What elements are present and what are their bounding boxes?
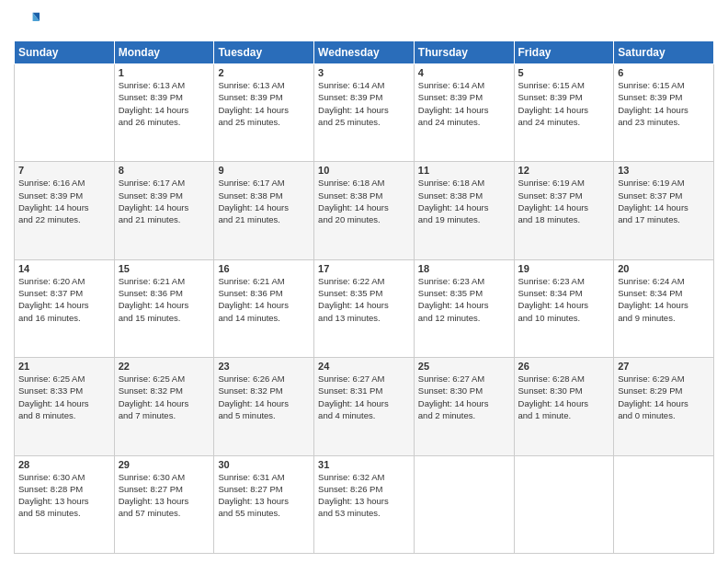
day-info: Sunrise: 6:15 AM Sunset: 8:39 PM Dayligh… — [518, 79, 610, 128]
day-number: 8 — [119, 165, 210, 176]
day-info: Sunrise: 6:14 AM Sunset: 8:39 PM Dayligh… — [418, 79, 510, 128]
calendar-cell: 11Sunrise: 6:18 AM Sunset: 8:38 PM Dayli… — [414, 162, 514, 259]
calendar-cell — [614, 455, 714, 553]
calendar-header-cell: Wednesday — [314, 41, 415, 64]
calendar-cell: 19Sunrise: 6:23 AM Sunset: 8:34 PM Dayli… — [514, 259, 614, 357]
day-number: 26 — [518, 361, 610, 372]
calendar-cell: 13Sunrise: 6:19 AM Sunset: 8:37 PM Dayli… — [614, 162, 714, 259]
calendar-cell: 2Sunrise: 6:13 AM Sunset: 8:39 PM Daylig… — [214, 64, 314, 162]
calendar-table: SundayMondayTuesdayWednesdayThursdayFrid… — [14, 40, 714, 554]
calendar-body: 1Sunrise: 6:13 AM Sunset: 8:39 PM Daylig… — [15, 64, 714, 554]
day-number: 14 — [18, 263, 110, 274]
day-number: 4 — [418, 67, 510, 78]
calendar-cell: 16Sunrise: 6:21 AM Sunset: 8:36 PM Dayli… — [214, 259, 314, 357]
calendar-cell: 20Sunrise: 6:24 AM Sunset: 8:34 PM Dayli… — [614, 259, 714, 357]
day-info: Sunrise: 6:19 AM Sunset: 8:37 PM Dayligh… — [518, 177, 610, 225]
calendar-cell: 6Sunrise: 6:15 AM Sunset: 8:39 PM Daylig… — [614, 64, 714, 162]
day-info: Sunrise: 6:27 AM Sunset: 8:31 PM Dayligh… — [318, 373, 410, 421]
calendar-cell: 8Sunrise: 6:17 AM Sunset: 8:39 PM Daylig… — [114, 162, 214, 259]
day-info: Sunrise: 6:16 AM Sunset: 8:39 PM Dayligh… — [18, 177, 110, 225]
day-number: 23 — [218, 361, 310, 372]
calendar-cell: 21Sunrise: 6:25 AM Sunset: 8:33 PM Dayli… — [15, 358, 115, 455]
day-info: Sunrise: 6:30 AM Sunset: 8:27 PM Dayligh… — [119, 471, 210, 520]
calendar-header-cell: Monday — [114, 41, 214, 64]
calendar-header-cell: Friday — [514, 41, 614, 64]
calendar-cell: 3Sunrise: 6:14 AM Sunset: 8:39 PM Daylig… — [314, 64, 415, 162]
day-info: Sunrise: 6:20 AM Sunset: 8:37 PM Dayligh… — [18, 275, 110, 324]
calendar-cell: 29Sunrise: 6:30 AM Sunset: 8:27 PM Dayli… — [114, 455, 214, 553]
calendar-header-cell: Tuesday — [214, 41, 314, 64]
calendar-header-row: SundayMondayTuesdayWednesdayThursdayFrid… — [15, 41, 714, 64]
day-number: 2 — [218, 67, 310, 78]
calendar-cell — [414, 455, 514, 553]
calendar-week-row: 28Sunrise: 6:30 AM Sunset: 8:28 PM Dayli… — [15, 455, 714, 553]
day-number: 31 — [318, 459, 410, 470]
calendar-cell: 12Sunrise: 6:19 AM Sunset: 8:37 PM Dayli… — [514, 162, 614, 259]
day-number: 1 — [119, 67, 210, 78]
day-info: Sunrise: 6:18 AM Sunset: 8:38 PM Dayligh… — [418, 177, 510, 225]
calendar-cell — [514, 455, 614, 553]
calendar-cell: 1Sunrise: 6:13 AM Sunset: 8:39 PM Daylig… — [114, 64, 214, 162]
calendar-cell: 4Sunrise: 6:14 AM Sunset: 8:39 PM Daylig… — [414, 64, 514, 162]
day-info: Sunrise: 6:32 AM Sunset: 8:26 PM Dayligh… — [318, 471, 410, 520]
calendar-cell: 10Sunrise: 6:18 AM Sunset: 8:38 PM Dayli… — [314, 162, 415, 259]
day-info: Sunrise: 6:15 AM Sunset: 8:39 PM Dayligh… — [618, 79, 710, 128]
calendar-cell: 22Sunrise: 6:25 AM Sunset: 8:32 PM Dayli… — [114, 358, 214, 455]
day-number: 9 — [218, 165, 310, 176]
day-number: 12 — [518, 165, 610, 176]
day-number: 27 — [618, 361, 710, 372]
day-number: 5 — [518, 67, 610, 78]
day-number: 25 — [418, 361, 510, 372]
day-info: Sunrise: 6:25 AM Sunset: 8:32 PM Dayligh… — [119, 373, 210, 421]
day-info: Sunrise: 6:23 AM Sunset: 8:35 PM Dayligh… — [418, 275, 510, 324]
day-info: Sunrise: 6:17 AM Sunset: 8:39 PM Dayligh… — [119, 177, 210, 225]
day-info: Sunrise: 6:24 AM Sunset: 8:34 PM Dayligh… — [618, 275, 710, 324]
day-info: Sunrise: 6:26 AM Sunset: 8:32 PM Dayligh… — [218, 373, 310, 421]
calendar-week-row: 21Sunrise: 6:25 AM Sunset: 8:33 PM Dayli… — [15, 358, 714, 455]
calendar-cell: 26Sunrise: 6:28 AM Sunset: 8:30 PM Dayli… — [514, 358, 614, 455]
logo — [14, 9, 43, 35]
day-number: 17 — [318, 263, 410, 274]
calendar-cell: 31Sunrise: 6:32 AM Sunset: 8:26 PM Dayli… — [314, 455, 415, 553]
calendar-header-cell: Sunday — [15, 41, 115, 64]
day-info: Sunrise: 6:23 AM Sunset: 8:34 PM Dayligh… — [518, 275, 610, 324]
day-info: Sunrise: 6:22 AM Sunset: 8:35 PM Dayligh… — [318, 275, 410, 324]
page: SundayMondayTuesdayWednesdayThursdayFrid… — [0, 0, 728, 563]
day-number: 15 — [119, 263, 210, 274]
day-number: 13 — [618, 165, 710, 176]
calendar-week-row: 1Sunrise: 6:13 AM Sunset: 8:39 PM Daylig… — [15, 64, 714, 162]
logo-icon — [14, 9, 40, 35]
calendar-cell: 25Sunrise: 6:27 AM Sunset: 8:30 PM Dayli… — [414, 358, 514, 455]
calendar-week-row: 7Sunrise: 6:16 AM Sunset: 8:39 PM Daylig… — [15, 162, 714, 259]
day-number: 18 — [418, 263, 510, 274]
day-number: 28 — [18, 459, 110, 470]
calendar-cell: 27Sunrise: 6:29 AM Sunset: 8:29 PM Dayli… — [614, 358, 714, 455]
calendar-cell: 9Sunrise: 6:17 AM Sunset: 8:38 PM Daylig… — [214, 162, 314, 259]
day-info: Sunrise: 6:29 AM Sunset: 8:29 PM Dayligh… — [618, 373, 710, 421]
day-info: Sunrise: 6:21 AM Sunset: 8:36 PM Dayligh… — [119, 275, 210, 324]
calendar-cell: 24Sunrise: 6:27 AM Sunset: 8:31 PM Dayli… — [314, 358, 415, 455]
calendar-cell: 15Sunrise: 6:21 AM Sunset: 8:36 PM Dayli… — [114, 259, 214, 357]
day-number: 30 — [218, 459, 310, 470]
calendar-cell: 17Sunrise: 6:22 AM Sunset: 8:35 PM Dayli… — [314, 259, 415, 357]
day-number: 22 — [119, 361, 210, 372]
day-number: 24 — [318, 361, 410, 372]
day-info: Sunrise: 6:13 AM Sunset: 8:39 PM Dayligh… — [218, 79, 310, 128]
day-number: 7 — [18, 165, 110, 176]
day-number: 19 — [518, 263, 610, 274]
calendar-cell: 30Sunrise: 6:31 AM Sunset: 8:27 PM Dayli… — [214, 455, 314, 553]
day-number: 10 — [318, 165, 410, 176]
calendar-cell: 28Sunrise: 6:30 AM Sunset: 8:28 PM Dayli… — [15, 455, 115, 553]
day-info: Sunrise: 6:18 AM Sunset: 8:38 PM Dayligh… — [318, 177, 410, 225]
day-info: Sunrise: 6:27 AM Sunset: 8:30 PM Dayligh… — [418, 373, 510, 421]
header — [14, 9, 714, 35]
day-info: Sunrise: 6:21 AM Sunset: 8:36 PM Dayligh… — [218, 275, 310, 324]
calendar-cell: 18Sunrise: 6:23 AM Sunset: 8:35 PM Dayli… — [414, 259, 514, 357]
day-info: Sunrise: 6:30 AM Sunset: 8:28 PM Dayligh… — [18, 471, 110, 520]
day-number: 21 — [18, 361, 110, 372]
day-info: Sunrise: 6:28 AM Sunset: 8:30 PM Dayligh… — [518, 373, 610, 421]
day-number: 29 — [119, 459, 210, 470]
day-number: 16 — [218, 263, 310, 274]
day-number: 3 — [318, 67, 410, 78]
day-number: 20 — [618, 263, 710, 274]
